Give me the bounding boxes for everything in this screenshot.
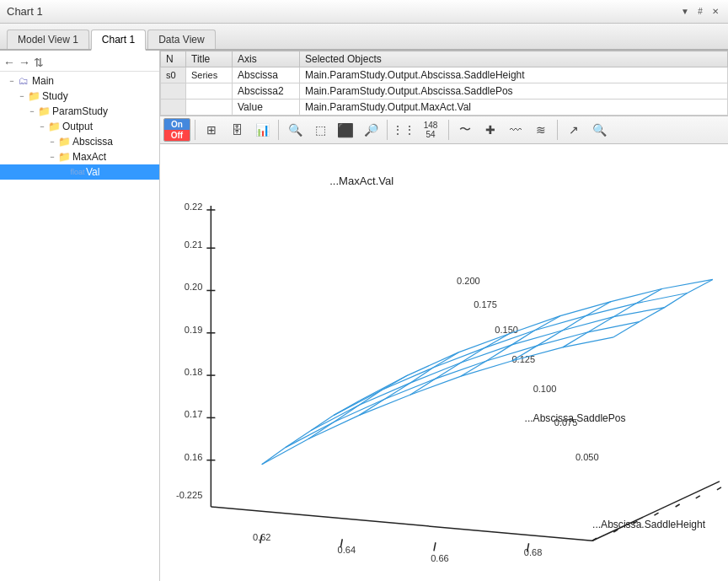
y-tick-050: 0.050 bbox=[575, 452, 599, 462]
tree-label-main: Main bbox=[32, 75, 54, 87]
x-tick-068: 0.68 bbox=[524, 547, 543, 557]
zoom-btn[interactable]: 🔎 bbox=[359, 118, 383, 142]
wave-btn[interactable]: ≋ bbox=[529, 118, 553, 142]
series-row-0[interactable]: s0 Series Abscissa Main.ParamStudy.Outpu… bbox=[161, 67, 728, 83]
folder-abscissa-icon: 📁 bbox=[57, 135, 71, 148]
y-tick-200: 0.200 bbox=[457, 276, 480, 286]
series-title-1 bbox=[186, 83, 233, 100]
z-tick-018: 0.18 bbox=[185, 367, 203, 377]
toolbar-sep-2 bbox=[278, 120, 279, 140]
toolbar-sep-5 bbox=[557, 120, 558, 140]
nav-back-btn[interactable]: ← bbox=[3, 56, 15, 69]
nav-sort-btn[interactable]: ⇅ bbox=[34, 56, 44, 69]
svg-line-19 bbox=[696, 496, 700, 498]
tree-item-abscissa[interactable]: − 📁 Abscissa bbox=[0, 134, 159, 149]
z-tick-021: 0.21 bbox=[185, 239, 203, 250]
database-btn[interactable]: 🗄 bbox=[225, 118, 249, 142]
toolbar: On Off ⊞ 🗄 📊 🔍 ⬚ ⬛ 🔎 ⋮⋮ 148 54 〜 ✚ 〰 ≋ bbox=[160, 116, 728, 144]
z-tick-017: 0.17 bbox=[185, 409, 203, 419]
tree-item-output[interactable]: − 📁 Output bbox=[0, 119, 159, 134]
series-axis-1: Abscissa2 bbox=[233, 83, 300, 100]
svg-line-12 bbox=[434, 542, 436, 551]
tree-item-paramstudy[interactable]: − 📁 ParamStudy bbox=[0, 104, 159, 119]
dots-btn[interactable]: ⋮⋮ bbox=[392, 118, 415, 142]
zoom-region-btn[interactable]: 🔍 bbox=[283, 118, 307, 142]
tree-label-abscissa: Abscissa bbox=[72, 136, 113, 148]
col-n: N bbox=[161, 51, 186, 67]
y-tick-100: 0.100 bbox=[533, 384, 557, 394]
maximize-btn[interactable]: # bbox=[694, 6, 706, 18]
tab-chart[interactable]: Chart 1 bbox=[91, 30, 146, 51]
series-objects-0: Main.ParamStudy.Output.Abscissa.SaddleHe… bbox=[300, 67, 728, 83]
window-title: Chart 1 bbox=[7, 5, 43, 18]
series-title-0: Series bbox=[186, 67, 233, 83]
chart-area[interactable]: ...MaxAct.Val 0.22 0.21 0.20 0.19 0.18 0… bbox=[160, 144, 728, 581]
toolbar-sep-4 bbox=[448, 120, 449, 140]
title-bar: Chart 1 ▼ # ✕ bbox=[0, 0, 728, 24]
expand-maxact-icon[interactable]: − bbox=[47, 152, 57, 162]
expand-study-icon[interactable]: − bbox=[17, 91, 27, 101]
svg-line-2 bbox=[592, 481, 720, 541]
sidebar: ← → ⇅ − 🗂 Main − 📁 Study − 📁 ParamStudy … bbox=[0, 51, 160, 581]
num-badge: 148 54 bbox=[417, 118, 444, 142]
expand-val-icon bbox=[61, 167, 71, 177]
chart-bar-btn[interactable]: 📊 bbox=[250, 118, 274, 142]
y-tick-150: 0.150 bbox=[495, 325, 518, 335]
expand-main-icon[interactable]: − bbox=[7, 76, 17, 86]
tree-item-main[interactable]: − 🗂 Main bbox=[0, 73, 159, 89]
z-tick-020: 0.20 bbox=[185, 282, 203, 292]
series-n-0: s0 bbox=[161, 67, 186, 83]
plus-btn[interactable]: ✚ bbox=[479, 118, 502, 142]
series-objects-1: Main.ParamStudy.Output.Abscissa.SaddlePo… bbox=[300, 83, 728, 100]
x-tick-066: 0.66 bbox=[431, 553, 449, 563]
tree-label-study: Study bbox=[42, 90, 68, 102]
z-tick-022: 0.22 bbox=[185, 202, 203, 212]
folder-paramstudy-icon: 📁 bbox=[37, 105, 51, 118]
tree-item-study[interactable]: − 📁 Study bbox=[0, 89, 159, 104]
series-table: N Title Axis Selected Objects s0 Series … bbox=[160, 51, 728, 116]
x-axis-label: ...Abscissa.SaddleHeight bbox=[592, 519, 706, 530]
y-axis-label: ...Abscissa.SaddlePos bbox=[525, 412, 626, 424]
close-btn[interactable]: ✕ bbox=[709, 6, 721, 18]
svg-line-20 bbox=[717, 487, 721, 490]
axes-lines bbox=[206, 206, 721, 551]
expand-abscissa-icon[interactable]: − bbox=[47, 137, 57, 147]
tree-item-maxact[interactable]: − 📁 MaxAct bbox=[0, 149, 159, 164]
grid-btn[interactable]: ⊞ bbox=[200, 118, 223, 142]
search-chart-btn[interactable]: 🔍 bbox=[587, 118, 611, 142]
col-axis: Axis bbox=[233, 51, 300, 67]
tabs-bar: Model View 1 Chart 1 Data View bbox=[0, 24, 728, 51]
col-objects: Selected Objects bbox=[300, 51, 728, 67]
folder-main-icon: 🗂 bbox=[17, 74, 30, 88]
tab-data-view[interactable]: Data View bbox=[147, 30, 215, 49]
folder-output-icon: 📁 bbox=[47, 120, 61, 133]
minimize-btn[interactable]: ▼ bbox=[679, 6, 691, 18]
series-axis-2: Value bbox=[233, 100, 300, 116]
col-title: Title bbox=[186, 51, 233, 67]
series-axis-0: Abscissa bbox=[233, 67, 300, 83]
z-tick-019: 0.19 bbox=[185, 325, 203, 335]
toolbar-sep-3 bbox=[387, 120, 388, 140]
series-objects-2: Main.ParamStudy.Output.MaxAct.Val bbox=[300, 100, 728, 116]
series-row-1[interactable]: Abscissa2 Main.ParamStudy.Output.Absciss… bbox=[161, 83, 728, 100]
select-rect-btn[interactable]: ⬚ bbox=[308, 118, 332, 142]
val-type-icon: float bbox=[71, 165, 84, 179]
series-row-2[interactable]: Value Main.ParamStudy.Output.MaxAct.Val bbox=[161, 100, 728, 116]
z-tick-neg: -0.225 bbox=[176, 490, 202, 500]
line1-btn[interactable]: 〜 bbox=[453, 118, 477, 142]
series-title-2 bbox=[186, 100, 233, 116]
onoff-toggle[interactable]: On Off bbox=[163, 118, 190, 142]
series-n-1 bbox=[161, 83, 186, 100]
expand-paramstudy-icon[interactable]: − bbox=[27, 106, 37, 116]
tree-item-val[interactable]: float Val bbox=[0, 164, 159, 180]
export-btn[interactable]: ↗ bbox=[562, 118, 586, 142]
tree-label-paramstudy: ParamStudy bbox=[52, 105, 108, 117]
chart-title: ...MaxAct.Val bbox=[329, 175, 393, 187]
nav-forward-btn[interactable]: → bbox=[19, 56, 30, 69]
line2-btn[interactable]: 〰 bbox=[504, 118, 527, 142]
tree-label-maxact: MaxAct bbox=[72, 151, 106, 163]
y-tick-175: 0.175 bbox=[474, 299, 497, 309]
surface-btn[interactable]: ⬛ bbox=[334, 118, 357, 142]
expand-output-icon[interactable]: − bbox=[37, 121, 47, 132]
tab-model-view[interactable]: Model View 1 bbox=[7, 30, 89, 49]
